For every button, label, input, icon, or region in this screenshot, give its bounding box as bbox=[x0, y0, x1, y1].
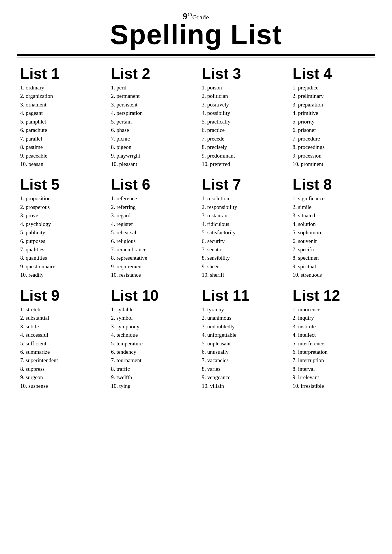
list-item: 8. interval bbox=[293, 365, 372, 373]
list-item: 8. varies bbox=[202, 365, 281, 373]
list-item: 8. quantities bbox=[20, 254, 100, 262]
list-item: 5. sophomore bbox=[293, 228, 372, 237]
list-item: 3. preparation bbox=[293, 100, 372, 109]
word-list-2: 1. peril2. permanent3. persistent4. pers… bbox=[111, 83, 191, 168]
list-block-6: List 61. reference2. referring3. regard4… bbox=[108, 177, 193, 279]
word-list-8: 1. significance2. simile3. situated4. so… bbox=[293, 194, 372, 279]
list-item: 9. spiritual bbox=[293, 262, 372, 271]
list-item: 2. substantial bbox=[20, 314, 100, 322]
list-item: 7. senator bbox=[202, 245, 281, 254]
list-title-6: List 6 bbox=[111, 177, 191, 192]
list-title-9: List 9 bbox=[20, 288, 100, 303]
list-title-5: List 5 bbox=[20, 177, 100, 192]
list-item: 9. peaceable bbox=[20, 151, 100, 160]
list-item: 2. inquiry bbox=[293, 314, 372, 322]
list-item: 4. ridiculous bbox=[202, 220, 281, 228]
list-block-9: List 91. stretch2. substantial3. subtle4… bbox=[17, 288, 102, 390]
list-item: 9. twelfth bbox=[111, 373, 191, 381]
list-item: 10. prominent bbox=[293, 160, 372, 168]
list-item: 7. procedure bbox=[293, 134, 372, 143]
list-block-1: List 11. ordinary2. organization3. ornam… bbox=[17, 66, 102, 168]
list-item: 8. specimen bbox=[293, 254, 372, 262]
list-block-10: List 101. syllable2. symbol3. symphony4.… bbox=[108, 288, 193, 390]
word-list-10: 1. syllable2. symbol3. symphony4. techni… bbox=[111, 305, 191, 390]
list-item: 3. situated bbox=[293, 211, 372, 220]
list-item: 4. technique bbox=[111, 331, 191, 339]
list-title-11: List 11 bbox=[202, 288, 281, 303]
list-item: 7. picnic bbox=[111, 134, 191, 143]
list-block-4: List 41. prejudice2. preliminary3. prepa… bbox=[290, 66, 375, 168]
word-list-7: 1. resolution2. responsibility3. restaur… bbox=[202, 194, 281, 279]
list-item: 5. interference bbox=[293, 339, 372, 348]
list-item: 3. prove bbox=[20, 211, 100, 220]
list-item: 4. possibility bbox=[202, 109, 281, 117]
list-item: 7. qualities bbox=[20, 245, 100, 254]
list-title-3: List 3 bbox=[202, 66, 281, 81]
list-item: 8. precisely bbox=[202, 143, 281, 151]
list-item: 2. preliminary bbox=[293, 92, 372, 100]
list-item: 7. precede bbox=[202, 134, 281, 143]
list-item: 8. sensibility bbox=[202, 254, 281, 262]
list-item: 4. psychology bbox=[20, 220, 100, 228]
lists-grid: List 11. ordinary2. organization3. ornam… bbox=[17, 66, 375, 390]
list-item: 3. subtle bbox=[20, 322, 100, 331]
list-item: 5. pamphlet bbox=[20, 117, 100, 126]
list-item: 9. sheer bbox=[202, 262, 281, 271]
list-item: 2. unanimous bbox=[202, 314, 281, 322]
list-item: 1. syllable bbox=[111, 305, 191, 314]
list-item: 8. traffic bbox=[111, 365, 191, 373]
list-item: 1. tyranny bbox=[202, 305, 281, 314]
list-item: 7. superintendent bbox=[20, 356, 100, 364]
list-item: 10. readily bbox=[20, 271, 100, 279]
grade-sup: th bbox=[188, 11, 192, 17]
list-title-12: List 12 bbox=[293, 288, 372, 303]
list-item: 6. souvenir bbox=[293, 237, 372, 245]
list-item: 10. preferred bbox=[202, 160, 281, 168]
list-item: 7. vacancies bbox=[202, 356, 281, 364]
list-item: 1. reference bbox=[111, 194, 191, 203]
list-item: 3. restaurant bbox=[202, 211, 281, 220]
list-item: 5. unpleasant bbox=[202, 339, 281, 348]
list-item: 2. prosperous bbox=[20, 203, 100, 211]
list-item: 4. successful bbox=[20, 331, 100, 339]
list-item: 6. prisoner bbox=[293, 126, 372, 134]
list-item: 10. tying bbox=[111, 382, 191, 390]
list-block-2: List 21. peril2. permanent3. persistent4… bbox=[108, 66, 193, 168]
list-item: 10. villain bbox=[202, 382, 281, 390]
list-item: 9. irrelevant bbox=[293, 373, 372, 381]
word-list-5: 1. proposition2. prosperous3. prove4. ps… bbox=[20, 194, 100, 279]
list-item: 9. procession bbox=[293, 151, 372, 160]
list-item: 5. priority bbox=[293, 117, 372, 126]
list-item: 2. politician bbox=[202, 92, 281, 100]
word-list-4: 1. prejudice2. preliminary3. preparation… bbox=[293, 83, 372, 168]
list-item: 1. ordinary bbox=[20, 83, 100, 92]
list-item: 4. register bbox=[111, 220, 191, 228]
list-item: 7. parallel bbox=[20, 134, 100, 143]
list-item: 3. symphony bbox=[111, 322, 191, 331]
list-item: 6. religious bbox=[111, 237, 191, 245]
list-item: 5. temperature bbox=[111, 339, 191, 348]
list-item: 1. innocence bbox=[293, 305, 372, 314]
list-item: 4. pageant bbox=[20, 109, 100, 117]
list-item: 5. pertain bbox=[111, 117, 191, 126]
list-item: 2. permanent bbox=[111, 92, 191, 100]
word-list-11: 1. tyranny2. unanimous3. undoubtedly4. u… bbox=[202, 305, 281, 390]
list-item: 6. security bbox=[202, 237, 281, 245]
word-list-6: 1. reference2. referring3. regard4. regi… bbox=[111, 194, 191, 279]
list-item: 6. summarize bbox=[20, 348, 100, 356]
word-list-1: 1. ordinary2. organization3. ornament4. … bbox=[20, 83, 100, 168]
list-item: 4. intellect bbox=[293, 331, 372, 339]
list-item: 6. interpretation bbox=[293, 348, 372, 356]
list-item: 2. responsibility bbox=[202, 203, 281, 211]
list-item: 6. phase bbox=[111, 126, 191, 134]
list-item: 2. symbol bbox=[111, 314, 191, 322]
list-item: 6. purposes bbox=[20, 237, 100, 245]
list-item: 10. resistance bbox=[111, 271, 191, 279]
list-item: 1. significance bbox=[293, 194, 372, 203]
list-item: 1. prejudice bbox=[293, 83, 372, 92]
list-title-7: List 7 bbox=[202, 177, 281, 192]
list-item: 8. pastime bbox=[20, 143, 100, 151]
list-item: 6. parachute bbox=[20, 126, 100, 134]
page-header: 9thGrade Spelling List bbox=[17, 12, 375, 48]
header-divider bbox=[17, 54, 375, 57]
